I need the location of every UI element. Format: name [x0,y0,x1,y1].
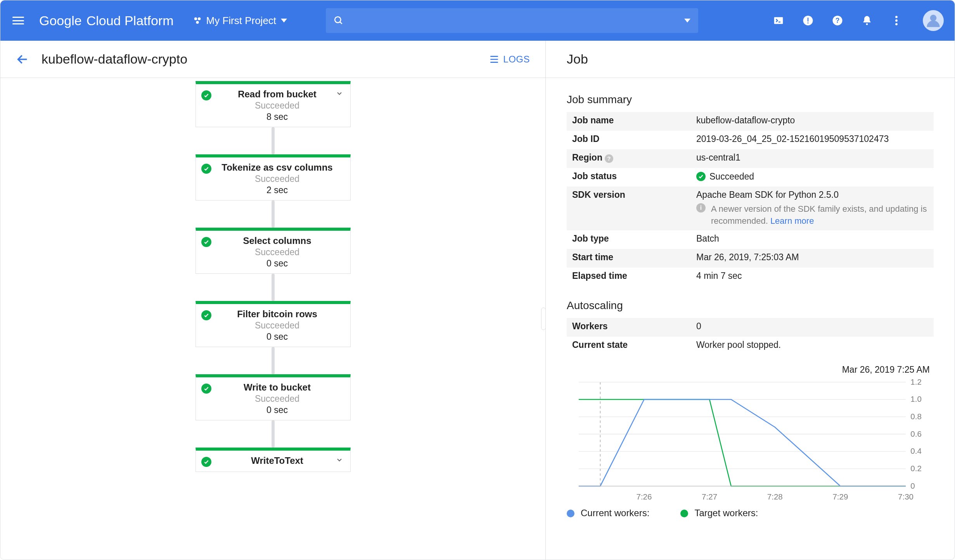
legend-current-label: Current workers: [581,508,649,518]
more-vert-icon[interactable] [889,14,903,28]
pipeline-node[interactable]: Filter bitcoin rowsSucceeded0 sec [195,301,351,347]
job-summary-table: Job namekubeflow-dataflow-crypto Job ID2… [567,112,934,286]
node-time: 2 sec [266,185,288,195]
workers-key: Workers [567,318,691,337]
alert-icon[interactable] [801,14,815,28]
pane-resize-handle[interactable] [541,308,546,330]
detail-panel-title: Job [567,52,588,67]
autoscaling-title: Autoscaling [567,299,934,312]
node-connector [272,420,275,448]
svg-point-3 [335,17,341,22]
sdk-note: i A newer version of the SDK family exis… [696,203,928,227]
job-type-key: Job type [567,230,691,249]
job-status-val: Succeeded [696,171,754,182]
node-connector [272,200,275,228]
pipeline-node[interactable]: WriteToText [195,448,351,472]
state-key: Current state [567,337,691,355]
region-help-icon[interactable]: ? [605,154,613,163]
node-connector [272,127,275,154]
state-val: Worker pool stopped. [691,337,934,355]
check-circle-icon [201,310,211,320]
svg-point-12 [866,23,868,25]
job-id-key: Job ID [567,131,691,149]
svg-rect-8 [808,18,809,22]
legend-current-dot [567,510,574,517]
node-status: Succeeded [255,320,299,331]
logs-button[interactable]: LOGS [489,54,530,65]
learn-more-link[interactable]: Learn more [770,216,814,226]
check-circle-icon [696,172,706,181]
search-icon [334,16,344,26]
node-status: Succeeded [255,247,299,258]
job-name-key: Job name [567,112,691,131]
svg-point-1 [197,17,200,20]
workers-val: 0 [691,318,934,337]
svg-rect-5 [774,17,783,24]
svg-text:0.8: 0.8 [910,411,922,420]
node-time: 0 sec [266,332,288,342]
node-title: WriteToText [251,455,303,466]
pipeline-graph-pane[interactable]: Read from bucketSucceeded8 secTokenize a… [0,78,546,560]
avatar[interactable] [923,10,944,31]
svg-point-2 [196,21,199,24]
svg-text:?: ? [836,17,840,24]
project-picker[interactable]: My First Project [193,15,287,27]
svg-text:7:29: 7:29 [832,492,848,501]
help-icon[interactable]: ? [830,14,844,28]
menu-icon[interactable] [11,14,25,28]
autoscaling-table: Workers0 Current stateWorker pool stoppe… [567,318,934,355]
logs-label: LOGS [503,54,530,65]
node-title: Select columns [243,235,311,246]
job-name-val: kubeflow-dataflow-crypto [691,112,934,131]
svg-point-15 [895,23,898,25]
check-circle-icon [201,384,211,394]
legend-target-label: Target workers: [694,508,758,518]
svg-text:1.0: 1.0 [910,394,922,403]
svg-text:1.2: 1.2 [910,378,922,386]
project-icon [193,16,202,25]
check-circle-icon [201,237,211,247]
node-title: Filter bitcoin rows [237,309,317,320]
svg-text:7:30: 7:30 [898,492,913,501]
cloud-shell-icon[interactable] [772,14,785,28]
node-title: Write to bucket [244,382,311,393]
pipeline-node[interactable]: Tokenize as csv columnsSucceeded2 sec [195,154,351,200]
logs-icon [489,55,499,64]
chart-legend: Current workers: Target workers: [567,508,934,519]
topbar-actions: ? [772,10,944,31]
search-dropdown-icon[interactable] [684,19,690,22]
legend-target-dot [680,510,688,517]
svg-point-0 [194,17,197,20]
pipeline-node[interactable]: Read from bucketSucceeded8 sec [195,81,351,127]
brand-bold: Google [39,13,82,28]
pipeline-node[interactable]: Write to bucketSucceeded0 sec [195,374,351,420]
svg-text:0: 0 [910,481,915,490]
pipeline-node[interactable]: Select columnsSucceeded0 sec [195,228,351,274]
svg-text:0.6: 0.6 [910,429,922,438]
top-app-bar: Google Cloud Platform My First Project ? [0,0,955,41]
notifications-icon[interactable] [860,14,874,28]
check-circle-icon [201,164,211,174]
back-arrow-icon[interactable] [16,53,29,66]
node-time: 0 sec [266,405,288,415]
chevron-down-icon[interactable] [336,90,345,99]
node-status: Succeeded [255,174,299,184]
svg-text:7:28: 7:28 [767,492,783,501]
info-icon: i [696,203,706,213]
node-title: Read from bucket [238,89,317,100]
chevron-down-icon[interactable] [336,456,345,465]
svg-point-16 [930,15,937,21]
node-status: Succeeded [255,100,299,111]
elapsed-key: Elapsed time [567,268,691,286]
region-key: Region? [567,149,691,168]
region-val: us-central1 [691,149,934,168]
caret-down-icon [281,19,287,22]
elapsed-val: 4 min 7 sec [691,268,934,286]
project-name: My First Project [206,15,277,27]
search-input[interactable] [326,8,698,33]
svg-text:7:27: 7:27 [702,492,717,501]
sdk-key: SDK version [567,187,691,230]
start-time-val: Mar 26, 2019, 7:25:03 AM [691,249,934,268]
node-time: 8 sec [266,112,288,122]
detail-pane[interactable]: Job summary Job namekubeflow-dataflow-cr… [546,78,955,560]
